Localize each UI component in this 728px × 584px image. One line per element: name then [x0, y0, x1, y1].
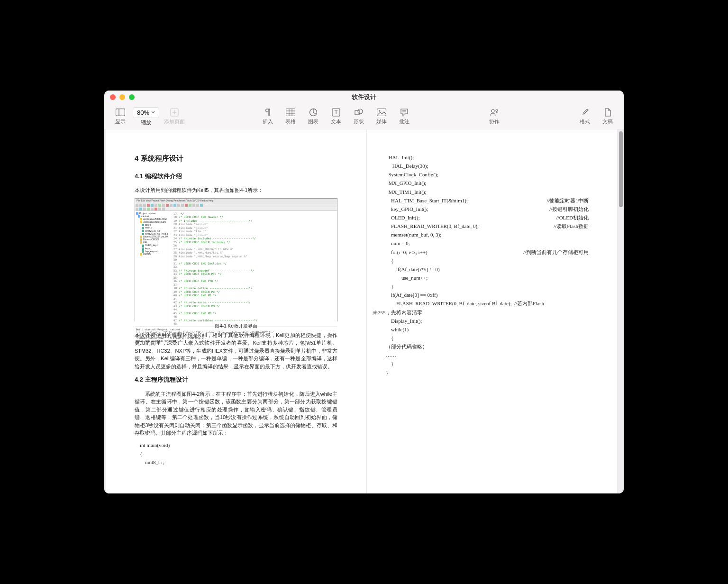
svg-rect-0	[116, 109, 125, 116]
pages-container: 4 系统程序设计 4.1 编程软件介绍 本设计所用到的编程软件为Keil5，其界…	[104, 129, 624, 493]
table-button[interactable]: 表格	[280, 107, 301, 126]
code-block-right: HAL_Init(); HAL_Delay(30); SystemClock_C…	[386, 153, 589, 377]
zoom-label: 缩放	[141, 119, 151, 126]
comment-icon	[400, 108, 409, 117]
paragraph: 本设计所使用的编程环境是Keil，相对于其他软件编程环境，Keil更加的轻便快捷…	[135, 331, 337, 371]
keil-code-editor: 17 */18/* USER CODE END Header */19/* In…	[169, 211, 337, 327]
svg-text:T: T	[334, 110, 337, 115]
document-area[interactable]: 4 系统程序设计 4.1 编程软件介绍 本设计所用到的编程软件为Keil5，其界…	[104, 129, 624, 493]
plus-box-icon	[170, 108, 179, 117]
zoom-select[interactable]: 80%	[133, 107, 159, 118]
table-icon	[286, 108, 295, 117]
page-right: HAL_Init(); HAL_Delay(30); SystemClock_C…	[367, 129, 617, 493]
add-page-button[interactable]: 添加页面	[161, 107, 188, 126]
window-title: 软件设计	[352, 93, 376, 101]
text-button[interactable]: T 文本	[326, 107, 346, 126]
chart-button[interactable]: 图表	[303, 107, 324, 126]
brush-icon	[580, 108, 590, 117]
svg-rect-5	[286, 109, 295, 116]
code-block-left: int main(void) { uint8_t i;	[135, 441, 337, 466]
keil-project-tree: Project: cabinetcabinetApplication/MDK-A…	[135, 211, 169, 327]
section-heading: 4 系统程序设计	[135, 153, 337, 164]
svg-point-14	[358, 109, 363, 114]
scrollbar[interactable]	[619, 131, 623, 492]
shape-button[interactable]: 形状	[348, 107, 369, 126]
maximize-icon[interactable]	[129, 94, 135, 100]
svg-rect-13	[355, 110, 359, 115]
paragraph: 系统的主流程图如图4-2所示；在主程序中：首先进行模块初始化，随后进入while…	[135, 390, 337, 437]
close-icon[interactable]	[110, 94, 116, 100]
sidebar-icon	[116, 108, 125, 117]
keil-menubar: File Edit View Project Flash Debug Perip…	[135, 199, 337, 203]
keil-toolbar	[135, 203, 337, 207]
chart-icon	[309, 108, 318, 117]
toolbar: 显示 80% 缩放 添加页面 插入 表格	[104, 104, 624, 129]
document-button[interactable]: 文稿	[597, 107, 618, 126]
media-icon	[377, 108, 386, 117]
svg-point-20	[496, 110, 498, 111]
collab-button[interactable]: 协作	[484, 107, 505, 126]
subsection-heading: 4.1 编程软件介绍	[135, 172, 337, 181]
collab-icon	[490, 108, 499, 117]
traffic-lights	[110, 94, 135, 100]
view-button[interactable]: 显示	[110, 107, 131, 126]
svg-point-16	[379, 110, 380, 112]
app-window: 软件设计 显示 80% 缩放 添加页面 插入	[104, 91, 624, 493]
subsection-heading: 4.2 主程序流程设计	[135, 375, 337, 384]
zoom-value: 80%	[137, 109, 149, 116]
format-button[interactable]: 格式	[574, 107, 595, 126]
page-left: 4 系统程序设计 4.1 编程软件介绍 本设计所用到的编程软件为Keil5，其界…	[106, 129, 366, 493]
pilcrow-icon	[263, 108, 273, 117]
chevron-down-icon	[151, 111, 155, 114]
svg-point-19	[491, 110, 494, 112]
scrollbar-thumb[interactable]	[619, 131, 623, 207]
minimize-icon[interactable]	[119, 94, 125, 100]
shape-icon	[354, 108, 364, 117]
keil-screenshot: File Edit View Project Flash Debug Perip…	[135, 198, 337, 321]
paragraph: 本设计所用到的编程软件为Keil5，其界面如图4-1所示：	[135, 186, 337, 194]
comment-button[interactable]: 批注	[394, 107, 415, 126]
document-icon	[603, 108, 612, 117]
text-icon: T	[331, 108, 341, 117]
titlebar: 软件设计	[104, 91, 624, 104]
media-button[interactable]: 媒体	[371, 107, 392, 126]
insert-button[interactable]: 插入	[257, 107, 278, 126]
keil-toolbar-2	[135, 207, 337, 211]
